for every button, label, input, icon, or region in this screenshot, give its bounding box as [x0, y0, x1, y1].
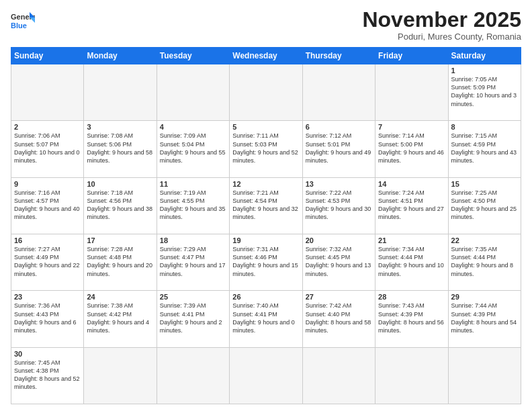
day-info: Sunrise: 7:14 AM Sunset: 5:00 PM Dayligh… — [378, 132, 445, 165]
calendar-cell: 2Sunrise: 7:06 AM Sunset: 5:07 PM Daylig… — [11, 121, 84, 177]
day-info: Sunrise: 7:27 AM Sunset: 4:49 PM Dayligh… — [14, 245, 81, 278]
day-number: 5 — [232, 123, 299, 131]
calendar-cell: 21Sunrise: 7:34 AM Sunset: 4:44 PM Dayli… — [375, 234, 448, 291]
col-monday: Monday — [84, 48, 157, 64]
day-number: 10 — [87, 180, 153, 188]
day-info: Sunrise: 7:28 AM Sunset: 4:48 PM Dayligh… — [87, 245, 153, 278]
day-info: Sunrise: 7:31 AM Sunset: 4:46 PM Dayligh… — [232, 245, 299, 278]
calendar-cell: 18Sunrise: 7:29 AM Sunset: 4:47 PM Dayli… — [157, 234, 229, 291]
day-number: 13 — [306, 180, 372, 188]
day-info: Sunrise: 7:08 AM Sunset: 5:06 PM Dayligh… — [87, 132, 153, 165]
calendar-cell: 29Sunrise: 7:44 AM Sunset: 4:39 PM Dayli… — [448, 291, 521, 347]
day-info: Sunrise: 7:35 AM Sunset: 4:44 PM Dayligh… — [451, 245, 518, 278]
calendar-cell: 4Sunrise: 7:09 AM Sunset: 5:04 PM Daylig… — [157, 121, 229, 177]
day-info: Sunrise: 7:21 AM Sunset: 4:54 PM Dayligh… — [232, 189, 299, 222]
calendar-cell: 3Sunrise: 7:08 AM Sunset: 5:06 PM Daylig… — [84, 121, 157, 177]
day-number: 1 — [451, 66, 518, 75]
day-number: 15 — [451, 180, 518, 188]
day-number: 11 — [160, 180, 226, 188]
day-number: 21 — [378, 236, 445, 244]
calendar-cell — [84, 347, 157, 404]
day-info: Sunrise: 7:39 AM Sunset: 4:41 PM Dayligh… — [160, 302, 226, 334]
day-number: 7 — [378, 123, 445, 131]
calendar-cell — [84, 64, 157, 121]
title-block: November 2025 Poduri, Mures County, Roma… — [362, 8, 521, 42]
day-number: 17 — [87, 236, 153, 244]
day-info: Sunrise: 7:16 AM Sunset: 4:57 PM Dayligh… — [14, 189, 81, 222]
col-wednesday: Wednesday — [230, 48, 302, 64]
calendar-cell — [302, 347, 375, 404]
calendar-cell: 26Sunrise: 7:40 AM Sunset: 4:41 PM Dayli… — [230, 291, 302, 347]
calendar-cell: 23Sunrise: 7:36 AM Sunset: 4:43 PM Dayli… — [11, 291, 84, 347]
calendar-week-row-5: 23Sunrise: 7:36 AM Sunset: 4:43 PM Dayli… — [11, 291, 521, 347]
page: General Blue November 2025 Poduri, Mures… — [0, 0, 532, 411]
calendar-cell: 24Sunrise: 7:38 AM Sunset: 4:42 PM Dayli… — [84, 291, 157, 347]
calendar-cell: 28Sunrise: 7:43 AM Sunset: 4:39 PM Dayli… — [375, 291, 448, 347]
day-info: Sunrise: 7:19 AM Sunset: 4:55 PM Dayligh… — [160, 189, 226, 222]
day-info: Sunrise: 7:18 AM Sunset: 4:56 PM Dayligh… — [87, 189, 153, 222]
calendar-cell: 10Sunrise: 7:18 AM Sunset: 4:56 PM Dayli… — [84, 177, 157, 234]
calendar-cell: 1Sunrise: 7:05 AM Sunset: 5:09 PM Daylig… — [448, 64, 521, 121]
calendar-cell: 20Sunrise: 7:32 AM Sunset: 4:45 PM Dayli… — [302, 234, 375, 291]
calendar-cell: 6Sunrise: 7:12 AM Sunset: 5:01 PM Daylig… — [302, 121, 375, 177]
day-number: 3 — [87, 123, 153, 131]
day-number: 12 — [232, 180, 299, 188]
day-number: 16 — [14, 236, 81, 244]
calendar-cell: 30Sunrise: 7:45 AM Sunset: 4:38 PM Dayli… — [11, 347, 84, 404]
calendar-cell — [448, 347, 521, 404]
day-info: Sunrise: 7:32 AM Sunset: 4:45 PM Dayligh… — [306, 245, 372, 278]
calendar-cell: 19Sunrise: 7:31 AM Sunset: 4:46 PM Dayli… — [230, 234, 302, 291]
day-info: Sunrise: 7:42 AM Sunset: 4:40 PM Dayligh… — [306, 302, 372, 334]
day-number: 30 — [14, 350, 81, 358]
day-info: Sunrise: 7:06 AM Sunset: 5:07 PM Dayligh… — [14, 132, 81, 165]
calendar-cell: 12Sunrise: 7:21 AM Sunset: 4:54 PM Dayli… — [230, 177, 302, 234]
day-info: Sunrise: 7:24 AM Sunset: 4:51 PM Dayligh… — [378, 189, 445, 222]
day-number: 23 — [14, 293, 81, 301]
day-info: Sunrise: 7:38 AM Sunset: 4:42 PM Dayligh… — [87, 302, 153, 334]
day-number: 28 — [378, 293, 445, 301]
day-number: 25 — [160, 293, 226, 301]
calendar-cell: 22Sunrise: 7:35 AM Sunset: 4:44 PM Dayli… — [448, 234, 521, 291]
day-info: Sunrise: 7:25 AM Sunset: 4:50 PM Dayligh… — [451, 189, 518, 222]
calendar-cell: 15Sunrise: 7:25 AM Sunset: 4:50 PM Dayli… — [448, 177, 521, 234]
calendar-week-row-4: 16Sunrise: 7:27 AM Sunset: 4:49 PM Dayli… — [11, 234, 521, 291]
day-number: 22 — [451, 236, 518, 244]
calendar-cell: 16Sunrise: 7:27 AM Sunset: 4:49 PM Dayli… — [11, 234, 84, 291]
header: General Blue November 2025 Poduri, Mures… — [11, 8, 521, 42]
calendar-cell: 13Sunrise: 7:22 AM Sunset: 4:53 PM Dayli… — [302, 177, 375, 234]
day-number: 6 — [306, 123, 372, 131]
calendar: Sunday Monday Tuesday Wednesday Thursday… — [11, 47, 521, 404]
day-info: Sunrise: 7:44 AM Sunset: 4:39 PM Dayligh… — [451, 302, 518, 334]
day-number: 14 — [378, 180, 445, 188]
day-number: 4 — [160, 123, 226, 131]
day-info: Sunrise: 7:22 AM Sunset: 4:53 PM Dayligh… — [306, 189, 372, 222]
day-number: 24 — [87, 293, 153, 301]
day-info: Sunrise: 7:36 AM Sunset: 4:43 PM Dayligh… — [14, 302, 81, 334]
calendar-cell: 7Sunrise: 7:14 AM Sunset: 5:00 PM Daylig… — [375, 121, 448, 177]
day-number: 19 — [232, 236, 299, 244]
calendar-cell: 17Sunrise: 7:28 AM Sunset: 4:48 PM Dayli… — [84, 234, 157, 291]
calendar-week-row-1: 1Sunrise: 7:05 AM Sunset: 5:09 PM Daylig… — [11, 64, 521, 121]
day-number: 20 — [306, 236, 372, 244]
day-info: Sunrise: 7:09 AM Sunset: 5:04 PM Dayligh… — [160, 132, 226, 165]
day-info: Sunrise: 7:29 AM Sunset: 4:47 PM Dayligh… — [160, 245, 226, 278]
main-title: November 2025 — [362, 8, 521, 32]
col-friday: Friday — [375, 48, 448, 64]
svg-text:Blue: Blue — [11, 21, 27, 30]
day-number: 9 — [14, 180, 81, 188]
calendar-cell: 14Sunrise: 7:24 AM Sunset: 4:51 PM Dayli… — [375, 177, 448, 234]
day-info: Sunrise: 7:34 AM Sunset: 4:44 PM Dayligh… — [378, 245, 445, 278]
day-info: Sunrise: 7:15 AM Sunset: 4:59 PM Dayligh… — [451, 132, 518, 165]
col-sunday: Sunday — [11, 48, 84, 64]
col-tuesday: Tuesday — [157, 48, 229, 64]
calendar-cell: 5Sunrise: 7:11 AM Sunset: 5:03 PM Daylig… — [230, 121, 302, 177]
day-number: 27 — [306, 293, 372, 301]
calendar-cell: 8Sunrise: 7:15 AM Sunset: 4:59 PM Daylig… — [448, 121, 521, 177]
calendar-week-row-2: 2Sunrise: 7:06 AM Sunset: 5:07 PM Daylig… — [11, 121, 521, 177]
calendar-cell — [157, 64, 229, 121]
subtitle: Poduri, Mures County, Romania — [362, 32, 521, 42]
calendar-cell: 25Sunrise: 7:39 AM Sunset: 4:41 PM Dayli… — [157, 291, 229, 347]
day-info: Sunrise: 7:45 AM Sunset: 4:38 PM Dayligh… — [14, 359, 81, 392]
calendar-cell: 11Sunrise: 7:19 AM Sunset: 4:55 PM Dayli… — [157, 177, 229, 234]
calendar-cell — [230, 347, 302, 404]
